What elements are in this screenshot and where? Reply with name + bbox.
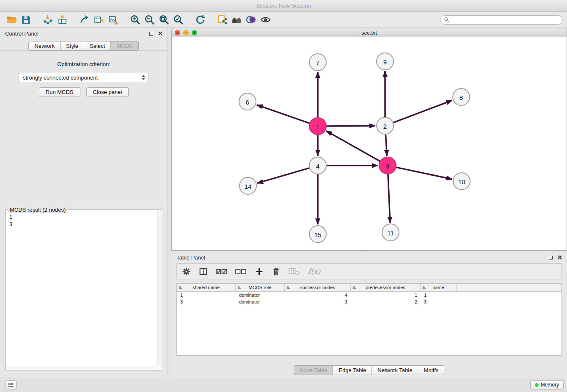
graph-edge-3-11[interactable] (388, 174, 390, 223)
graph-edge-3-1[interactable] (326, 131, 380, 161)
column-header-shared-name[interactable]: shared name (177, 284, 236, 291)
control-panel-tab-network[interactable]: Network (28, 41, 61, 51)
import-table-button[interactable] (55, 13, 69, 27)
open-session-button[interactable] (4, 13, 19, 27)
column-header-successor-nodes[interactable]: successor nodes (285, 284, 351, 291)
table-row[interactable]: 1dominator411 (177, 292, 561, 298)
svg-text:9: 9 (383, 58, 387, 66)
show-hide-graphics-button[interactable] (258, 13, 272, 27)
close-panel-icon[interactable] (158, 31, 162, 36)
graph-edge-1-6[interactable] (257, 105, 310, 124)
result-vertical-scrollbar[interactable] (157, 210, 161, 365)
select-all-rows-button[interactable] (215, 266, 228, 277)
table-tab-network-table[interactable]: Network Table (372, 365, 418, 375)
duplicate-network-button[interactable] (215, 13, 229, 27)
graph-node-9[interactable]: 9 (377, 53, 394, 70)
close-panel-button[interactable]: Close panel (86, 87, 129, 97)
table-tab-node-table[interactable]: Node Table (294, 365, 333, 375)
control-panel-tab-style[interactable]: Style (60, 41, 84, 51)
node-table: shared nameMCDS rolesuccessor nodesprede… (176, 283, 562, 356)
refresh-icon (195, 14, 206, 25)
control-panel-tab-mcds[interactable]: MCDS (110, 41, 138, 51)
duplicate-network-icon (217, 14, 228, 25)
graph-node-1[interactable]: 1 (309, 118, 326, 135)
graph-edge-2-8[interactable] (393, 100, 452, 123)
column-header-name[interactable]: name (421, 284, 457, 291)
table-tab-edge-table[interactable]: Edge Table (333, 365, 372, 375)
network-graph[interactable]: 7968124314101511 (172, 37, 567, 250)
trash-icon (272, 267, 281, 276)
column-header-predecessor-nodes[interactable]: predecessor nodes (351, 284, 421, 291)
table-settings-button[interactable] (181, 266, 192, 277)
refresh-layout-button[interactable] (193, 13, 207, 27)
zoom-window-button[interactable] (192, 30, 197, 36)
column-visibility-button[interactable] (198, 266, 209, 277)
graph-node-4[interactable]: 4 (309, 157, 326, 174)
export-image-icon (108, 14, 118, 25)
columns-icon (199, 267, 208, 276)
criterion-dropdown[interactable]: strongly connected component (19, 73, 149, 82)
zoom-in-icon (130, 14, 140, 25)
zoom-out-button[interactable] (142, 13, 157, 27)
export-image-button[interactable] (106, 13, 120, 27)
close-table-panel-icon[interactable] (558, 255, 562, 259)
graph-node-2[interactable]: 2 (377, 117, 394, 134)
table-cell: 3 (177, 299, 236, 304)
window-title: Session: New Session (256, 3, 311, 9)
graph-edge-4-14[interactable] (257, 168, 310, 183)
svg-text:3: 3 (386, 163, 389, 170)
import-network-button[interactable] (41, 13, 55, 27)
graph-node-3[interactable]: 3 (379, 157, 396, 174)
sort-icon (179, 285, 183, 290)
table-tab-motifs[interactable]: Motifs (418, 365, 444, 375)
export-table-button[interactable] (91, 13, 106, 27)
table-row[interactable]: 3dominator323 (177, 298, 561, 305)
search-box[interactable] (440, 15, 563, 25)
search-icon (444, 17, 449, 22)
result-horizontal-scrollbar[interactable] (6, 366, 157, 370)
graph-edge-2-3[interactable] (385, 134, 387, 156)
table-tabs: Node TableEdge TableNetwork TableMotifs (171, 365, 567, 375)
column-header-mcds-role[interactable]: MCDS role (236, 284, 285, 291)
minimize-window-button[interactable] (183, 30, 189, 36)
svg-text:15: 15 (314, 231, 322, 238)
first-neighbors-button[interactable] (229, 13, 244, 27)
show-panels-button[interactable] (5, 380, 17, 389)
network-canvas[interactable]: 7968124314101511 (172, 37, 567, 250)
search-input[interactable] (451, 17, 559, 23)
splitter-grip[interactable] (363, 249, 370, 251)
zoom-in-button[interactable] (128, 13, 142, 27)
zoom-selected-button[interactable] (171, 13, 185, 27)
network-window-titlebar[interactable]: scc.txt (172, 28, 567, 37)
memory-button[interactable]: Memory (530, 380, 564, 389)
apply-style-button[interactable] (244, 13, 258, 27)
graph-node-11[interactable]: 11 (382, 224, 399, 241)
control-panel: Control Panel NetworkStyleSelectMCDS Opt… (0, 28, 168, 377)
delete-column-icon (289, 267, 300, 276)
graph-edge-3-10[interactable] (396, 167, 452, 179)
delete-selected-rows-button[interactable] (271, 266, 281, 277)
graph-node-7[interactable]: 7 (309, 54, 326, 71)
graph-node-10[interactable]: 10 (453, 173, 470, 190)
graph-node-15[interactable]: 15 (309, 226, 326, 243)
add-column-button[interactable] (254, 266, 264, 277)
control-panel-tab-select[interactable]: Select (84, 41, 111, 51)
delete-column-button[interactable] (288, 266, 301, 277)
graph-node-6[interactable]: 6 (239, 93, 256, 110)
float-table-panel-icon[interactable] (549, 256, 553, 259)
plus-icon (255, 267, 264, 276)
graph-edge-1-2[interactable] (326, 126, 375, 126)
graph-node-14[interactable]: 14 (239, 177, 256, 194)
network-window: scc.txt 7968124314101511 (171, 28, 567, 251)
run-mcds-button[interactable]: Run MCDS (39, 87, 80, 97)
save-session-button[interactable] (19, 13, 33, 27)
float-panel-icon[interactable] (149, 32, 153, 36)
graph-node-8[interactable]: 8 (453, 88, 470, 105)
export-network-button[interactable] (77, 13, 91, 27)
zoom-fit-button[interactable] (157, 13, 171, 27)
function-builder-button[interactable]: f(x) (307, 267, 321, 276)
close-window-button[interactable] (175, 30, 180, 36)
window-titlebar[interactable]: Session: New Session (0, 0, 567, 12)
deselect-all-rows-button[interactable] (234, 266, 248, 277)
mcds-result-title: MCDS result (2 nodes) (8, 207, 67, 213)
